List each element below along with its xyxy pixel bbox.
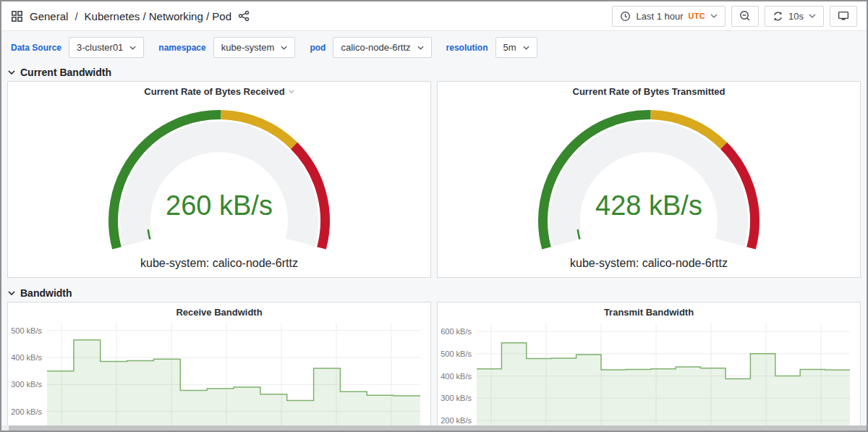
variable-label-resolution: resolution xyxy=(446,43,488,53)
clock-icon xyxy=(620,11,631,22)
svg-text:200 kB/s: 200 kB/s xyxy=(441,416,472,425)
svg-text:300 kB/s: 300 kB/s xyxy=(441,394,472,402)
breadcrumb: General / Kubernetes / Networking / Pod xyxy=(11,10,250,22)
panel-transmit-bandwidth: Transmit Bandwidth 600 kB/s500 kB/s400 k… xyxy=(437,302,861,432)
time-range-label: Last 1 hour xyxy=(636,11,683,22)
svg-text:500 kB/s: 500 kB/s xyxy=(11,326,42,335)
chevron-down-icon xyxy=(8,291,15,295)
variable-select-namespace[interactable]: kube-system xyxy=(213,37,296,58)
monitor-icon xyxy=(838,10,849,22)
panel-title-text: Current Rate of Bytes Received xyxy=(144,86,284,97)
transmit-bandwidth-chart: 600 kB/s500 kB/s400 kB/s300 kB/s200 kB/s xyxy=(438,323,859,428)
gauge-value: 428 kB/s xyxy=(595,190,702,221)
bandwidth-panels-row: Receive Bandwidth 500 kB/s400 kB/s300 kB… xyxy=(1,302,867,432)
svg-text:600 kB/s: 600 kB/s xyxy=(441,327,472,336)
chevron-down-icon xyxy=(710,14,718,18)
variable-value-pod: calico-node-6rttz xyxy=(341,42,410,53)
panel-menu-caret-icon[interactable] xyxy=(289,90,294,93)
gauge-received: 260 kB/s kube-system: calico-node-6rttz xyxy=(8,101,430,274)
refresh-button[interactable]: 10s xyxy=(765,6,824,27)
chevron-down-icon xyxy=(281,46,287,50)
panel-title-bytes-received[interactable]: Current Rate of Bytes Received xyxy=(8,82,430,101)
row-title: Bandwidth xyxy=(20,287,72,299)
variable-label-data-source: Data Source xyxy=(11,43,61,53)
chevron-down-icon xyxy=(809,14,816,18)
gauge-series-label: kube-system: calico-node-6rttz xyxy=(140,257,298,269)
gauge-value: 260 kB/s xyxy=(166,190,273,221)
timezone-label: UTC xyxy=(689,12,706,20)
zoom-out-icon xyxy=(739,10,751,22)
gauge-transmitted: 428 kB/s kube-system: calico-node-6rttz xyxy=(438,101,860,274)
svg-text:400 kB/s: 400 kB/s xyxy=(441,372,472,381)
grid-icon[interactable] xyxy=(11,10,23,22)
variable-value-namespace: kube-system xyxy=(221,42,275,53)
panel-title-bytes-transmitted[interactable]: Current Rate of Bytes Transmitted xyxy=(438,82,860,101)
panel-receive-bandwidth: Receive Bandwidth 500 kB/s400 kB/s300 kB… xyxy=(7,302,431,432)
breadcrumb-folder[interactable]: General xyxy=(30,10,68,22)
row-title: Current Bandwidth xyxy=(20,67,111,78)
chevron-down-icon xyxy=(129,46,136,50)
variable-label-pod: pod xyxy=(310,43,326,53)
refresh-interval-label: 10s xyxy=(788,11,804,22)
variable-value-data-source: 3-cluster01 xyxy=(77,42,123,53)
refresh-icon xyxy=(773,11,783,22)
breadcrumb-separator: / xyxy=(75,10,77,22)
row-toggle-current-bandwidth[interactable]: Current Bandwidth xyxy=(1,62,867,81)
variable-select-resolution[interactable]: 5m xyxy=(495,37,537,58)
horizontal-scrollbar-thumb[interactable] xyxy=(9,425,867,431)
variable-namespace: namespace kube-system xyxy=(158,37,295,58)
panel-bytes-transmitted: Current Rate of Bytes Transmitted 428 kB… xyxy=(437,81,861,278)
svg-text:300 kB/s: 300 kB/s xyxy=(11,380,42,389)
gauge-panels-row: Current Rate of Bytes Received 260 kB/s … xyxy=(1,81,867,278)
panel-title-transmit-bandwidth[interactable]: Transmit Bandwidth xyxy=(438,302,860,321)
receive-bandwidth-chart: 500 kB/s400 kB/s300 kB/s200 kB/s xyxy=(8,323,429,428)
kiosk-mode-button[interactable] xyxy=(830,6,857,27)
breadcrumb-dashboard-title[interactable]: Kubernetes / Networking / Pod xyxy=(85,10,231,22)
zoom-out-button[interactable] xyxy=(731,6,759,27)
chevron-down-icon xyxy=(523,46,529,50)
template-variables: Data Source 3-cluster01 namespace kube-s… xyxy=(1,31,867,62)
panel-bytes-received: Current Rate of Bytes Received 260 kB/s … xyxy=(7,81,431,278)
variable-select-data-source[interactable]: 3-cluster01 xyxy=(69,37,144,58)
svg-text:500 kB/s: 500 kB/s xyxy=(441,350,472,358)
svg-text:400 kB/s: 400 kB/s xyxy=(11,353,42,362)
variable-pod: pod calico-node-6rttz xyxy=(310,37,431,58)
chevron-down-icon xyxy=(417,46,424,50)
panel-title-receive-bandwidth[interactable]: Receive Bandwidth xyxy=(8,302,430,321)
panel-title-text: Current Rate of Bytes Transmitted xyxy=(573,86,726,97)
time-picker-button[interactable]: Last 1 hour UTC xyxy=(612,6,726,27)
share-icon[interactable] xyxy=(238,10,250,22)
variable-value-resolution: 5m xyxy=(503,42,516,53)
variable-select-pod[interactable]: calico-node-6rttz xyxy=(333,37,431,58)
variable-label-namespace: namespace xyxy=(158,43,205,53)
horizontal-scrollbar[interactable] xyxy=(1,425,867,431)
svg-text:200 kB/s: 200 kB/s xyxy=(11,407,42,416)
panel-title-text: Receive Bandwidth xyxy=(176,307,262,318)
chevron-down-icon xyxy=(8,70,15,75)
variable-data-source: Data Source 3-cluster01 xyxy=(11,37,144,58)
grafana-dashboard: General / Kubernetes / Networking / Pod … xyxy=(0,0,868,432)
variable-resolution: resolution 5m xyxy=(446,37,537,58)
navbar-actions: Last 1 hour UTC xyxy=(612,6,857,27)
row-toggle-bandwidth[interactable]: Bandwidth xyxy=(1,283,867,302)
navbar: General / Kubernetes / Networking / Pod … xyxy=(1,1,867,31)
gauge-series-label: kube-system: calico-node-6rttz xyxy=(570,257,728,269)
panel-title-text: Transmit Bandwidth xyxy=(604,307,694,318)
